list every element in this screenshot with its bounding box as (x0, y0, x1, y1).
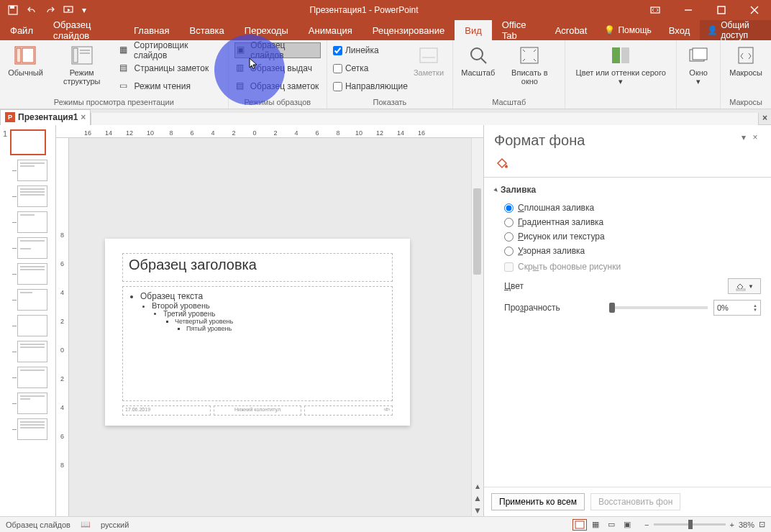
color-grayscale-button[interactable]: Цвет или оттенки серого ▾ (571, 42, 670, 87)
fit-to-window-status-button[interactable]: ⊡ (759, 520, 765, 529)
zoom-button[interactable]: Масштаб (459, 42, 497, 78)
layout-thumbnail[interactable] (17, 341, 47, 362)
color-picker-button[interactable]: ▼ (728, 278, 761, 294)
group-label-show: Показать (333, 97, 447, 109)
slide-canvas[interactable]: Образец заголовка Образец текста Второй … (69, 138, 471, 516)
transparency-slider[interactable] (609, 306, 708, 309)
zoom-slider[interactable] (654, 523, 726, 526)
minimize-button[interactable] (672, 0, 705, 20)
notes-master-button[interactable]: ▤Образец заметок (234, 78, 321, 94)
zoom-out-button[interactable]: − (644, 520, 649, 529)
tab-transitions[interactable]: Переходы (234, 20, 298, 40)
slide-master-preview[interactable]: Образец заголовка Образец текста Второй … (105, 239, 410, 426)
macros-button[interactable]: Макросы (726, 42, 765, 78)
layout-thumbnail[interactable] (17, 211, 47, 233)
login-button[interactable]: Вход (659, 20, 700, 40)
slideshow-status-button[interactable]: ▣ (620, 519, 634, 531)
layout-thumbnail[interactable] (17, 289, 47, 311)
layout-thumbnail[interactable] (17, 367, 47, 388)
close-tab-icon[interactable]: × (81, 112, 86, 122)
ruler-checkbox[interactable]: Линейка (333, 42, 408, 58)
slide-master-button[interactable]: ▣Образец слайдов (234, 42, 321, 58)
qat-redo[interactable] (42, 2, 59, 18)
window-button[interactable]: Окно▾ (683, 42, 714, 87)
footer-placeholder[interactable]: Нижний колонтитул (214, 405, 302, 416)
tab-view[interactable]: Вид (455, 20, 492, 40)
group-label-macros: Макросы (726, 97, 765, 109)
pane-close-icon[interactable]: × (749, 132, 761, 144)
master-thumbnail[interactable] (10, 129, 46, 155)
tab-review[interactable]: Рецензирование (362, 20, 455, 40)
layout-thumbnail[interactable] (17, 393, 47, 414)
normal-view-icon (14, 44, 37, 67)
slidenum-placeholder[interactable]: ‹#› (304, 405, 393, 416)
outline-view-icon (70, 44, 93, 67)
tab-file[interactable]: Файл (0, 20, 43, 40)
sorter-view-status-button[interactable]: ▦ (588, 519, 603, 531)
layout-thumbnail[interactable] (17, 185, 47, 207)
slide-thumbnails-panel: 1 (0, 125, 56, 516)
layout-thumbnail[interactable] (17, 263, 47, 285)
notes-page-button[interactable]: ▤Страницы заметок (118, 60, 222, 76)
status-language[interactable]: русский (101, 520, 129, 529)
layout-thumbnail[interactable] (17, 160, 47, 181)
handout-master-button[interactable]: ▥Образец выдач (234, 60, 321, 76)
tab-acrobat[interactable]: Acrobat (545, 20, 598, 40)
normal-view-button[interactable]: Обычный (6, 42, 45, 78)
pane-title: Формат фона (494, 132, 738, 149)
layout-thumbnail[interactable] (17, 418, 47, 440)
gridlines-checkbox[interactable]: Сетка (333, 60, 408, 76)
notes-button[interactable]: Заметки (411, 42, 447, 78)
vertical-scrollbar[interactable]: ▴ ▲ ▼ (471, 138, 483, 516)
spellcheck-icon[interactable]: 📖 (81, 520, 91, 529)
guides-checkbox[interactable]: Направляющие (333, 78, 408, 94)
tab-animation[interactable]: Анимация (298, 20, 362, 40)
maximize-button[interactable] (705, 0, 738, 20)
solid-fill-radio[interactable]: Сплошная заливка (494, 201, 761, 215)
date-placeholder[interactable]: 17.06.2019 (122, 405, 211, 416)
horizontal-scrollbar[interactable] (91, 113, 758, 125)
body-placeholder[interactable]: Образец текста Второй уровень Третий уро… (122, 286, 393, 401)
layout-thumbnail[interactable] (17, 315, 47, 336)
close-button[interactable] (738, 0, 771, 20)
group-label-zoom: Масштаб (459, 97, 559, 109)
svg-rect-24 (739, 47, 753, 63)
reading-view-status-button[interactable]: ▭ (604, 519, 619, 531)
transparency-spinner[interactable]: 0% ▲▼ (713, 300, 761, 316)
pane-options-icon[interactable]: ▾ (738, 132, 749, 144)
tab-office-tab[interactable]: Office Tab (492, 20, 545, 40)
share-button[interactable]: 👤Общий доступ (700, 20, 771, 40)
reading-view-button[interactable]: ▭Режим чтения (118, 78, 222, 94)
tab-slide-master[interactable]: Образец слайдов (43, 20, 124, 40)
reset-background-button: Восстановить фон (590, 493, 680, 510)
svg-rect-1 (10, 6, 14, 9)
pattern-fill-radio[interactable]: Узорная заливка (494, 244, 761, 258)
fill-section-header[interactable]: Заливка (494, 185, 761, 195)
help-button[interactable]: 💡Помощь (597, 20, 658, 40)
notes-icon (417, 44, 440, 67)
qat-save[interactable] (4, 2, 22, 18)
zoom-level[interactable]: 38% (739, 520, 754, 529)
tab-insert[interactable]: Вставка (179, 20, 234, 40)
layout-thumbnail[interactable] (17, 237, 47, 259)
fit-window-button[interactable]: Вписать в окно (500, 42, 559, 87)
qat-present[interactable] (60, 2, 78, 18)
fill-bucket-icon[interactable] (494, 155, 510, 170)
ribbon-options-icon[interactable] (639, 0, 672, 20)
title-placeholder[interactable]: Образец заголовка (122, 253, 393, 282)
tab-home[interactable]: Главная (124, 20, 179, 40)
document-tab[interactable]: P Презентация1 × (0, 109, 91, 125)
slide-sorter-button[interactable]: ▦Сортировщик слайдов (118, 42, 222, 58)
qat-undo[interactable] (23, 2, 40, 18)
qat-customize[interactable]: ▾ (79, 2, 89, 18)
outline-view-button[interactable]: Режим структуры (48, 42, 116, 87)
apply-to-all-button[interactable]: Применить ко всем (491, 493, 585, 510)
svg-point-17 (471, 48, 483, 60)
zoom-in-button[interactable]: + (730, 520, 734, 529)
macros-icon (734, 44, 757, 67)
picture-fill-radio[interactable]: Рисунок или текстура (494, 229, 761, 244)
normal-view-status-button[interactable] (572, 519, 587, 531)
color-icon (609, 44, 632, 67)
gradient-fill-radio[interactable]: Градиентная заливка (494, 215, 761, 229)
scroll-close-button[interactable]: × (758, 113, 771, 125)
